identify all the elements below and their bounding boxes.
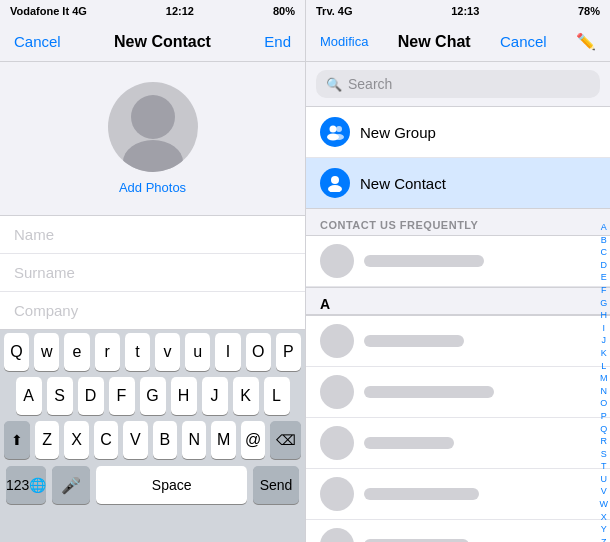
right-cancel-button[interactable]: Cancel [500, 33, 547, 50]
search-bar[interactable]: 🔍 Search [316, 70, 600, 98]
right-nav-title: New Chat [398, 33, 471, 51]
form-section: Name Surname Company [0, 215, 305, 330]
skeleton-avatar [320, 244, 354, 278]
key-j[interactable]: J [202, 377, 228, 415]
key-send[interactable]: Send [253, 466, 299, 504]
key-m[interactable]: M [211, 421, 235, 459]
search-icon: 🔍 [326, 77, 342, 92]
key-delete[interactable]: ⌫ [270, 421, 301, 459]
key-space[interactable]: Space [96, 466, 247, 504]
left-time: 12:12 [166, 5, 194, 17]
svg-point-7 [328, 185, 342, 192]
contact-skeleton-3[interactable] [306, 418, 610, 469]
key-h[interactable]: H [171, 377, 197, 415]
section-header: CONTACT US FREQUENTLY [306, 215, 610, 235]
key-q[interactable]: Q [4, 333, 29, 371]
right-battery: 78% [578, 5, 600, 17]
keyboard-bottom-bar: 123🌐 🎤 Space Send [0, 462, 305, 508]
svg-point-0 [131, 95, 175, 139]
edit-icon[interactable]: ✏️ [576, 32, 596, 51]
end-button[interactable]: End [264, 33, 291, 50]
key-e[interactable]: e [64, 333, 89, 371]
key-u[interactable]: u [185, 333, 210, 371]
svg-point-5 [334, 134, 344, 140]
left-nav-bar: Cancel New Contact End [0, 22, 305, 62]
avatar[interactable] [108, 82, 198, 172]
key-l[interactable]: L [264, 377, 290, 415]
key-f[interactable]: F [109, 377, 135, 415]
keyboard-row-3: ⬆ Z X C V B N M @ ⌫ [0, 418, 305, 462]
key-shift[interactable]: ⬆ [4, 421, 30, 459]
keyboard-row-2: A S D F G H J K L [0, 374, 305, 418]
key-r[interactable]: r [95, 333, 120, 371]
key-at[interactable]: @ [241, 421, 265, 459]
key-mic[interactable]: 🎤 [52, 466, 90, 504]
skeleton-text [364, 255, 484, 267]
section-letter-a: A [306, 294, 610, 315]
svg-point-6 [331, 176, 339, 184]
key-v[interactable]: V [123, 421, 147, 459]
keyboard-row-1: Q w e r t v u I O P [0, 330, 305, 374]
index-bar[interactable]: A B C D E F G H I J K L M N O P Q R S T … [600, 221, 609, 542]
right-time: 12:13 [451, 5, 479, 17]
name-field[interactable]: Name [0, 216, 305, 254]
key-v[interactable]: v [155, 333, 180, 371]
add-photos-label[interactable]: Add Photos [119, 180, 186, 195]
right-nav-bar: Modifica New Chat Cancel ✏️ [306, 22, 610, 62]
new-contact-label: New Contact [360, 175, 446, 192]
key-d[interactable]: D [78, 377, 104, 415]
new-contact-icon [320, 168, 350, 198]
svg-point-3 [336, 126, 342, 132]
key-c[interactable]: C [94, 421, 118, 459]
right-carrier: Trv. 4G [316, 5, 352, 17]
modifica-button[interactable]: Modifica [320, 34, 368, 49]
key-t[interactable]: t [125, 333, 150, 371]
frequent-contact-1 [306, 236, 610, 287]
left-carrier: Vodafone It 4G [10, 5, 87, 17]
key-s[interactable]: S [47, 377, 73, 415]
contact-skeleton-2[interactable] [306, 367, 610, 418]
key-z[interactable]: Z [35, 421, 59, 459]
right-status-bar: Trv. 4G 12:13 78% [306, 0, 610, 22]
new-group-item[interactable]: New Group [306, 107, 610, 158]
new-contact-item[interactable]: New Contact [306, 158, 610, 208]
quick-actions-list: New Group New Contact [306, 106, 610, 209]
key-i[interactable]: I [215, 333, 240, 371]
key-b[interactable]: B [153, 421, 177, 459]
search-bar-container: 🔍 Search [306, 62, 610, 106]
right-content: New Group New Contact CONTACT US FREQUEN… [306, 106, 610, 542]
new-group-icon [320, 117, 350, 147]
key-numbers[interactable]: 123🌐 [6, 466, 46, 504]
contact-skeleton-4[interactable] [306, 469, 610, 520]
key-k[interactable]: K [233, 377, 259, 415]
avatar-section: Add Photos [0, 62, 305, 205]
avatar-person-icon [108, 82, 198, 172]
surname-field[interactable]: Surname [0, 254, 305, 292]
company-field[interactable]: Company [0, 292, 305, 329]
left-status-bar: Vodafone It 4G 12:12 80% [0, 0, 305, 22]
svg-point-2 [330, 126, 337, 133]
key-w[interactable]: w [34, 333, 59, 371]
key-a[interactable]: A [16, 377, 42, 415]
key-x[interactable]: X [64, 421, 88, 459]
cancel-button[interactable]: Cancel [14, 33, 61, 50]
svg-point-1 [123, 140, 183, 172]
contact-skeleton-5[interactable] [306, 520, 610, 542]
key-o[interactable]: O [246, 333, 271, 371]
left-battery: 80% [273, 5, 295, 17]
contact-skeleton-1[interactable] [306, 316, 610, 367]
keyboard: Q w e r t v u I O P A S D F G H J K L ⬆ … [0, 330, 305, 542]
left-panel: Vodafone It 4G 12:12 80% Cancel New Cont… [0, 0, 305, 542]
search-placeholder: Search [348, 76, 392, 92]
right-panel: Trv. 4G 12:13 78% Modifica New Chat Canc… [305, 0, 610, 542]
key-n[interactable]: N [182, 421, 206, 459]
key-p[interactable]: P [276, 333, 301, 371]
new-group-label: New Group [360, 124, 436, 141]
key-g[interactable]: G [140, 377, 166, 415]
left-nav-title: New Contact [114, 33, 211, 51]
